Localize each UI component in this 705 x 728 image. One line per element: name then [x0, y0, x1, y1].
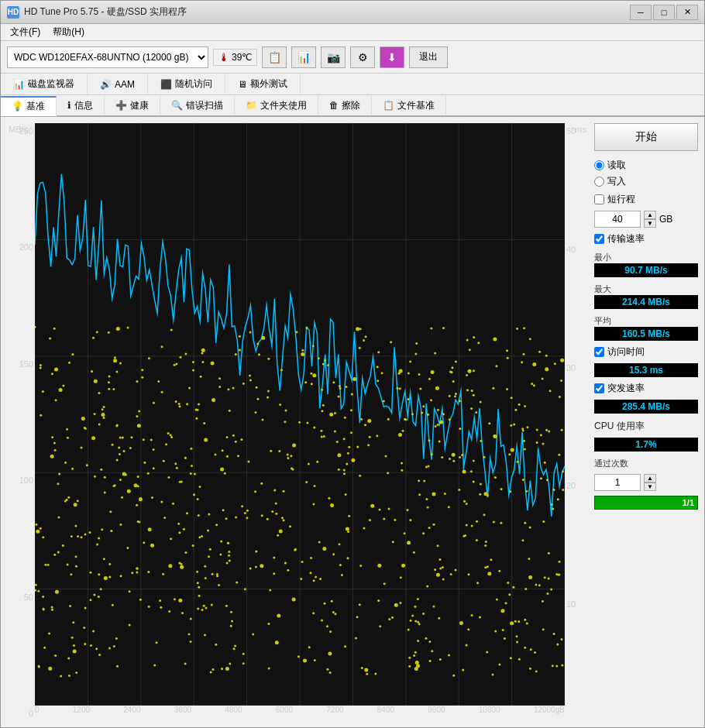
tab-aam[interactable]: 🔊 AAM [88, 74, 148, 94]
mode-radio-group: 读取 写入 [594, 159, 698, 188]
menubar: 文件(F) 帮助(H) [1, 24, 704, 41]
read-radio[interactable] [594, 160, 604, 170]
burst-rate-checkbox[interactable] [594, 383, 604, 393]
spinbox-input[interactable] [594, 211, 641, 228]
health-icon: ➕ [115, 100, 127, 111]
write-radio-label[interactable]: 写入 [594, 175, 698, 188]
download-button[interactable]: ⬇ [380, 46, 404, 68]
tab-extra-test[interactable]: 🖥 额外测试 [225, 74, 301, 94]
start-button[interactable]: 开始 [594, 123, 698, 151]
tab-file-baseline[interactable]: 📋 文件基准 [372, 95, 446, 115]
tab-error-scan[interactable]: 🔍 错误扫描 [160, 95, 235, 115]
access-time-checkbox-row[interactable]: 访问时间 [594, 345, 698, 359]
passes-spinbox-down[interactable]: ▼ [644, 482, 656, 491]
tab-extra-test-label: 额外测试 [250, 77, 287, 91]
passes-spinbox-buttons: ▲ ▼ [644, 474, 656, 491]
max-value: 214.4 MB/s [594, 295, 698, 309]
titlebar-buttons: ─ □ ✕ [630, 5, 698, 20]
chart-canvas-area [35, 123, 565, 706]
transfer-rate-label: 传输速率 [607, 232, 645, 246]
progress-text: 1/1 [598, 498, 694, 507]
read-radio-label[interactable]: 读取 [594, 159, 698, 172]
passes-spinbox-up[interactable]: ▲ [644, 474, 656, 482]
min-section: 最小 90.7 MB/s [594, 250, 698, 277]
drive-selector[interactable]: WDC WD120EFAX-68UNTNO (12000 gB) [7, 46, 208, 68]
tab-erase[interactable]: 🗑 擦除 [318, 95, 372, 115]
transfer-rate-checkbox-row[interactable]: 传输速率 [594, 232, 698, 246]
baseline-icon: 💡 [12, 101, 23, 112]
settings-button[interactable]: ⚙ [350, 46, 375, 68]
info-icon: ℹ [67, 100, 71, 111]
tab-info-label: 信息 [74, 99, 93, 112]
aam-icon: 🔊 [100, 79, 112, 90]
avg-section: 平均 160.5 MB/s [594, 314, 698, 341]
nav-row1: 📊 磁盘监视器 🔊 AAM ⬛ 随机访问 🖥 额外测试 [1, 74, 704, 95]
tab-disk-monitor-label: 磁盘监视器 [28, 77, 74, 91]
max-section: 最大 214.4 MB/s [594, 282, 698, 309]
spinbox-row: ▲ ▼ GB [594, 211, 698, 228]
file-baseline-icon: 📋 [383, 100, 394, 111]
min-value: 90.7 MB/s [594, 263, 698, 277]
folder-usage-icon: 📁 [246, 100, 257, 111]
tab-disk-monitor[interactable]: 📊 磁盘监视器 [1, 74, 88, 94]
exit-button[interactable]: 退出 [409, 46, 448, 68]
access-time-value: 15.3 ms [594, 363, 698, 377]
cpu-usage-label: CPU 使用率 [594, 420, 698, 433]
main-content: MB/s ms 250 200 150 100 50 0 50 40 30 20… [1, 117, 704, 727]
temperature-badge: 🌡 39℃ [213, 49, 257, 66]
tab-file-baseline-label: 文件基准 [397, 99, 435, 112]
erase-icon: 🗑 [329, 100, 339, 111]
menu-help[interactable]: 帮助(H) [46, 24, 91, 40]
tab-random-access[interactable]: ⬛ 随机访问 [148, 74, 225, 94]
extra-test-icon: 🖥 [238, 79, 247, 90]
maximize-button[interactable]: □ [653, 5, 675, 20]
menu-file[interactable]: 文件(F) [4, 24, 46, 40]
spinbox-up[interactable]: ▲ [644, 211, 656, 219]
titlebar: HD HD Tune Pro 5.75 - 硬盘/SSD 实用程序 ─ □ ✕ [1, 1, 704, 24]
short-stroke-checkbox-row[interactable]: 短行程 [594, 193, 698, 206]
gb-label: GB [659, 214, 672, 225]
y-axis-right: 50 40 30 20 10 [565, 123, 588, 721]
y-axis-left: 250 200 150 100 50 0 [7, 123, 35, 721]
cpu-usage-value: 1.7% [594, 438, 698, 452]
access-time-checkbox[interactable] [594, 347, 604, 357]
tab-baseline-label: 基准 [26, 100, 45, 113]
camera-button[interactable]: 📷 [321, 46, 346, 68]
access-time-label: 访问时间 [607, 345, 645, 359]
app-icon: HD [7, 6, 19, 19]
error-scan-icon: 🔍 [171, 100, 183, 111]
tab-folder-usage[interactable]: 📁 文件夹使用 [235, 95, 318, 115]
close-button[interactable]: ✕ [676, 5, 698, 20]
nav-row2: 💡 基准 ℹ 信息 ➕ 健康 🔍 错误扫描 📁 文件夹使用 🗑 擦除 📋 文件基… [1, 95, 704, 117]
spinbox-down[interactable]: ▼ [644, 219, 656, 228]
window-title: HD Tune Pro 5.75 - 硬盘/SSD 实用程序 [24, 5, 630, 19]
health-button[interactable]: 📊 [291, 46, 316, 68]
tab-health[interactable]: ➕ 健康 [105, 95, 160, 115]
toolbar: WDC WD120EFAX-68UNTNO (12000 gB) 🌡 39℃ 📋… [1, 41, 704, 74]
x-axis: 0 1200 2400 3600 4800 6000 7200 8400 960… [35, 706, 565, 721]
spinbox-buttons: ▲ ▼ [644, 211, 656, 228]
info-button[interactable]: 📋 [262, 46, 287, 68]
minimize-button[interactable]: ─ [630, 5, 652, 20]
disk-monitor-icon: 📊 [13, 79, 25, 90]
thermometer-icon: 🌡 [218, 51, 229, 64]
random-access-icon: ⬛ [160, 79, 172, 90]
transfer-rate-checkbox[interactable] [594, 234, 604, 244]
short-stroke-checkbox[interactable] [594, 194, 604, 204]
tab-aam-label: AAM [115, 79, 135, 90]
passes-row: ▲ ▼ [594, 474, 698, 491]
tab-error-scan-label: 错误扫描 [186, 99, 223, 112]
tab-folder-usage-label: 文件夹使用 [260, 99, 307, 112]
main-window: HD HD Tune Pro 5.75 - 硬盘/SSD 实用程序 ─ □ ✕ … [0, 0, 705, 728]
write-radio[interactable] [594, 177, 604, 187]
short-stroke-label: 短行程 [607, 193, 635, 206]
passes-spinbox[interactable] [594, 474, 641, 491]
burst-rate-checkbox-row[interactable]: 突发速率 [594, 382, 698, 395]
burst-rate-value: 285.4 MB/s [594, 400, 698, 414]
right-panel: 开始 读取 写入 短行程 ▲ ▼ [588, 117, 704, 727]
passes-label: 通过次数 [594, 458, 698, 469]
tab-baseline[interactable]: 💡 基准 [1, 96, 57, 116]
tab-health-label: 健康 [130, 99, 149, 112]
progress-bar: 1/1 [594, 496, 698, 510]
tab-info[interactable]: ℹ 信息 [57, 95, 105, 115]
